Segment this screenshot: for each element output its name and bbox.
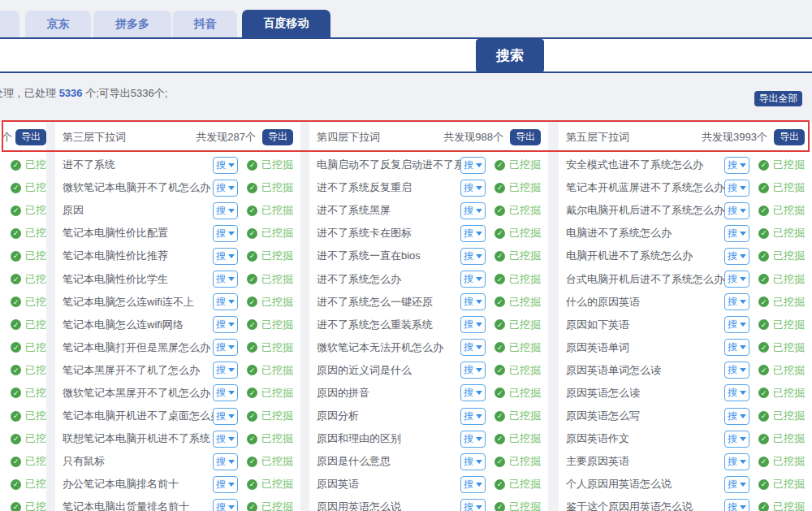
caret-down-icon: [740, 323, 746, 327]
keyword-text: 安全模式也进不了系统怎么办: [566, 158, 724, 172]
caret-down-icon: [740, 163, 746, 167]
mined-label: 已挖掘: [773, 477, 805, 492]
export-column-button[interactable]: 导出: [774, 129, 805, 145]
search-dropdown-button[interactable]: 搜: [213, 271, 238, 288]
check-icon: ✓: [11, 160, 21, 171]
caret-down-icon: [476, 483, 482, 487]
export-column-button[interactable]: 导出: [510, 129, 541, 145]
search-dropdown-button[interactable]: 搜: [213, 293, 238, 310]
mined-status: ✓已挖掘: [758, 454, 805, 469]
tab-douyin[interactable]: 抖音: [173, 11, 237, 37]
mined-status: ✓已挖掘: [758, 477, 805, 492]
table-row: 原因用英语怎么说搜✓已挖掘: [309, 496, 548, 511]
export-all-button[interactable]: 导出全部: [754, 91, 802, 106]
search-button[interactable]: 搜索: [476, 39, 544, 72]
search-dropdown-button[interactable]: 搜: [213, 476, 238, 493]
search-dropdown-label: 搜: [216, 295, 226, 309]
table-row: 微软笔记本黑屏开不了机怎么办搜✓已挖掘: [55, 382, 300, 405]
mined-label: 已挖掘: [773, 318, 805, 332]
keyword-text: 原因: [63, 203, 213, 218]
mined-status: ✓已挖掘: [495, 500, 541, 511]
mined-label: 已挖掘: [25, 409, 46, 423]
tab-baidu-mobile[interactable]: 百度移动: [242, 10, 330, 37]
mined-status: ✓已挖掘: [11, 386, 46, 401]
caret-down-icon: [740, 345, 746, 349]
search-dropdown-button[interactable]: 搜: [460, 339, 486, 356]
export-column-button[interactable]: 导出: [262, 129, 293, 145]
search-dropdown-button[interactable]: 搜: [460, 362, 486, 379]
search-dropdown-button[interactable]: 搜: [724, 316, 749, 333]
search-dropdown-button[interactable]: 搜: [724, 248, 749, 265]
mined-status: ✓已挖掘: [495, 431, 541, 446]
search-dropdown-button[interactable]: 搜: [460, 453, 486, 470]
search-dropdown-button[interactable]: 搜: [460, 157, 486, 174]
search-dropdown-button[interactable]: 搜: [460, 202, 486, 219]
search-dropdown-button[interactable]: 搜: [724, 408, 749, 425]
keyword-text: 原因和理由的区别: [317, 431, 460, 446]
search-dropdown-button[interactable]: 搜: [460, 408, 486, 425]
search-dropdown-button[interactable]: 搜: [724, 180, 749, 197]
search-dropdown-button[interactable]: 搜: [460, 384, 486, 401]
search-dropdown-button[interactable]: 搜: [460, 180, 486, 197]
search-dropdown-button[interactable]: 搜: [460, 431, 486, 448]
mined-status: ✓已挖掘: [11, 477, 46, 492]
search-dropdown-label: 搜: [464, 455, 473, 469]
search-dropdown-button[interactable]: 搜: [213, 431, 238, 448]
export-column-button[interactable]: 导出: [15, 129, 46, 145]
search-dropdown-button[interactable]: 搜: [213, 339, 238, 356]
search-dropdown-button[interactable]: 搜: [724, 499, 749, 511]
tab-jingdong[interactable]: 京东: [25, 11, 91, 37]
search-dropdown-button[interactable]: 搜: [724, 202, 749, 219]
search-dropdown-button[interactable]: 搜: [724, 339, 749, 356]
search-dropdown-button[interactable]: 搜: [724, 431, 749, 448]
tab-partial[interactable]: [0, 11, 19, 37]
search-dropdown-button[interactable]: 搜: [213, 225, 238, 242]
search-dropdown-button[interactable]: 搜: [460, 293, 486, 310]
search-input[interactable]: [0, 39, 474, 71]
search-dropdown-button[interactable]: 搜: [724, 453, 749, 470]
search-dropdown-button[interactable]: 搜: [213, 157, 238, 174]
search-dropdown-button[interactable]: 搜: [724, 384, 749, 401]
search-dropdown-button[interactable]: 搜: [213, 384, 238, 401]
search-dropdown-button[interactable]: 搜: [213, 499, 238, 511]
search-dropdown-button[interactable]: 搜: [213, 248, 238, 265]
column-layer3: 第三层下拉词 共发现287个 导出 进不了系统搜✓已挖掘微软笔记本电脑开不了机怎…: [55, 122, 300, 511]
search-dropdown-button[interactable]: 搜: [460, 476, 486, 493]
search-dropdown-button[interactable]: 搜: [460, 316, 486, 333]
search-dropdown-button[interactable]: 搜: [724, 293, 749, 310]
table-row: 鉴于这个原因用英语怎么说搜✓已挖掘: [559, 496, 812, 511]
search-dropdown-button[interactable]: 搜: [724, 271, 749, 288]
search-dropdown-button[interactable]: 搜: [724, 157, 749, 174]
search-dropdown-button[interactable]: 搜: [460, 225, 486, 242]
search-dropdown-label: 搜: [464, 204, 473, 218]
tab-pinduoduo[interactable]: 拼多多: [93, 11, 171, 37]
status-suffix: 个;可导出5336个;: [83, 87, 168, 99]
check-icon: ✓: [758, 228, 769, 239]
search-dropdown-button[interactable]: 搜: [460, 499, 486, 511]
mined-status: ✓已挖掘: [247, 340, 293, 355]
keyword-text: 进不了系统怎么重装系统: [317, 318, 460, 332]
table-row: 电脑启动不了反复启动进不了系统搜✓已挖掘: [309, 154, 548, 176]
search-dropdown-button[interactable]: 搜: [460, 248, 486, 265]
mined-label: 已挖掘: [773, 500, 805, 511]
search-dropdown-button[interactable]: 搜: [213, 316, 238, 333]
search-dropdown-button[interactable]: 搜: [724, 225, 749, 242]
search-dropdown-button[interactable]: 搜: [213, 180, 238, 197]
caret-down-icon: [476, 505, 482, 509]
search-dropdown-button[interactable]: 搜: [213, 362, 238, 379]
search-dropdown-button[interactable]: 搜: [213, 453, 238, 470]
search-dropdown-button[interactable]: 搜: [724, 362, 749, 379]
mined-label: 已挖掘: [25, 477, 46, 492]
check-icon: ✓: [247, 206, 257, 216]
column-previous-layer: 个 导出 ✓已挖掘✓已挖掘✓已挖掘✓已挖掘✓已挖掘✓已挖掘✓已挖掘✓已挖掘✓已挖…: [0, 122, 46, 511]
mined-label: 已挖掘: [509, 295, 541, 310]
caret-down-icon: [476, 254, 482, 258]
search-dropdown-button[interactable]: 搜: [213, 408, 238, 425]
search-dropdown-button[interactable]: 搜: [724, 476, 749, 493]
mined-status: ✓已挖掘: [11, 272, 46, 287]
caret-down-icon: [476, 277, 482, 281]
table-row: 电脑进不了系统怎么办搜✓已挖掘: [559, 222, 812, 245]
search-dropdown-button[interactable]: 搜: [213, 202, 238, 219]
search-dropdown-button[interactable]: 搜: [460, 271, 486, 288]
check-icon: ✓: [11, 365, 21, 375]
